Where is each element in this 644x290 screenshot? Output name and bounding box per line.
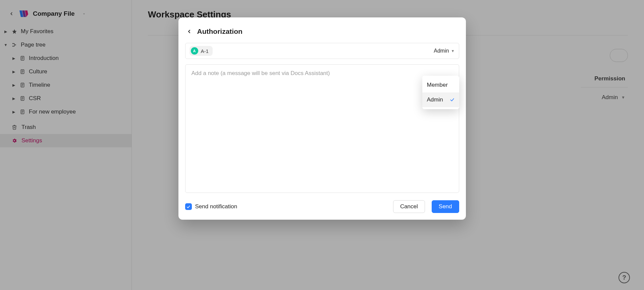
caret-down-icon: ▼: [451, 49, 455, 53]
send-notification-label: Send notification: [195, 203, 237, 210]
role-option-label: Admin: [427, 96, 443, 103]
recipient-row: A A-1 Admin ▼: [185, 43, 459, 59]
send-notification-toggle[interactable]: Send notification: [185, 203, 237, 210]
authorization-modal: Authorization A A-1 Admin ▼ Send notific…: [178, 17, 466, 220]
recipient-name: A-1: [201, 48, 209, 54]
note-textarea[interactable]: [185, 64, 459, 193]
role-dropdown: Member Admin: [422, 76, 459, 109]
role-select-trigger[interactable]: Admin ▼: [434, 48, 454, 54]
role-selected: Admin: [434, 48, 449, 54]
modal-title: Authorization: [197, 27, 243, 35]
cancel-button[interactable]: Cancel: [393, 200, 425, 213]
checkbox-checked-icon: [185, 203, 192, 210]
role-option-member[interactable]: Member: [422, 78, 459, 92]
role-option-admin[interactable]: Admin: [422, 92, 459, 107]
check-icon: [450, 97, 454, 102]
send-button[interactable]: Send: [432, 200, 459, 213]
role-option-label: Member: [427, 82, 448, 88]
help-button[interactable]: ?: [619, 272, 630, 283]
avatar: A: [191, 47, 198, 55]
recipient-chip[interactable]: A A-1: [190, 46, 213, 56]
modal-scrim[interactable]: Authorization A A-1 Admin ▼ Send notific…: [0, 0, 644, 290]
modal-back-button[interactable]: [186, 28, 193, 35]
